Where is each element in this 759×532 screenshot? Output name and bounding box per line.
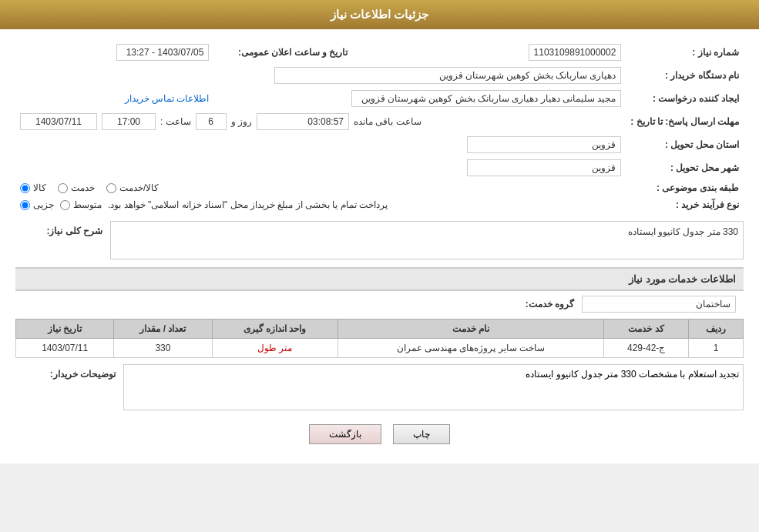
grooh-row: ساختمان گروه خدمت: xyxy=(15,296,744,313)
name-dastgah-input: دهیاری ساربانک بخش کوهین شهرستان قزوین xyxy=(274,67,621,84)
buyer-desc-label-cell: توضیحات خریدار: xyxy=(15,364,116,380)
khadamat-header-text: اطلاعات خدمات مورد نیاز xyxy=(629,273,736,285)
nov-label: نوع فرآیند خرید : xyxy=(626,196,744,213)
ostan-value: قزوین xyxy=(15,133,626,156)
main-content: شماره نیاز : 1103109891000002 تاریخ و سا… xyxy=(0,29,759,463)
name-dastgah-value: دهیاری ساربانک بخش کوهین شهرستان قزوین xyxy=(15,64,626,87)
mohlat-label: مهلت ارسال پاسخ: تا تاریخ : xyxy=(626,110,744,133)
buyer-desc-wrapper: 🛡️ xyxy=(123,364,744,413)
col-name: نام خدمت xyxy=(338,320,604,339)
ostan-label: استان محل تحویل : xyxy=(626,133,744,156)
mohlat-time-label: ساعت : xyxy=(160,116,191,127)
col-vahad: واحد اندازه گیری xyxy=(212,320,338,339)
name-dastgah-label: نام دستگاه خریدار : xyxy=(626,64,744,87)
sharh-value: 330 متر جدول کانیوو ایستاده xyxy=(628,226,738,237)
buyer-desc-label: توضیحات خریدار: xyxy=(50,369,116,380)
col-tarikh: تاریخ نیاز xyxy=(16,320,114,339)
process-text: پرداخت تمام یا بخشی از مبلغ خریداز محل "… xyxy=(108,199,388,210)
mohlat-date-input: 1403/07/11 xyxy=(20,113,97,130)
tabaqe-radios: کالا/خدمت خدمت کالا xyxy=(15,179,626,196)
radio-khedmat[interactable] xyxy=(58,183,68,193)
sharh-box-wrapper: 🛡️ 330 متر جدول کانیوو ایستاده xyxy=(110,221,744,259)
khadamat-section-header: اطلاعات خدمات مورد نیاز xyxy=(15,267,744,291)
ijad-input: مجید سلیمانی دهیار دهیاری ساربانک بخش کو… xyxy=(351,90,621,107)
sharh-inner: 🛡️ 330 متر جدول کانیوو ایستاده شرح کلی ن… xyxy=(15,221,744,259)
info-table: شماره نیاز : 1103109891000002 تاریخ و سا… xyxy=(15,41,744,213)
page-header: جزئیات اطلاعات نیاز xyxy=(0,0,759,29)
print-button[interactable]: چاپ xyxy=(393,424,450,444)
nov-row: پرداخت تمام یا بخشی از مبلغ خریداز محل "… xyxy=(15,196,626,213)
cell-name: ساخت سایر پروژه‌های مهندسی عمران xyxy=(338,339,604,358)
button-row: چاپ بازگشت xyxy=(15,424,744,444)
mohlat-remaining-label: ساعت باقی مانده xyxy=(354,116,421,127)
etela-link[interactable]: اطلاعات تماس خریدار xyxy=(125,93,210,104)
radio-kala[interactable] xyxy=(20,183,30,193)
sharh-label-cell: شرح کلی نیاز: xyxy=(15,221,102,259)
col-tedad: تعداد / مقدار xyxy=(114,320,212,339)
radio-motavaset-item: متوسط xyxy=(60,199,102,210)
radio-motavaset-label: متوسط xyxy=(73,199,102,210)
tarikh-label: تاریخ و ساعت اعلان عمومی: xyxy=(213,41,352,64)
shahr-value: قزوین xyxy=(15,156,626,179)
cell-vahad: متر طول xyxy=(212,339,338,358)
shomara-niaz-label: شماره نیاز : xyxy=(626,41,744,64)
radio-kala-label: کالا xyxy=(33,182,46,193)
sharh-value-box: 330 متر جدول کانیوو ایستاده xyxy=(110,221,744,259)
grooh-khadmat-label: گروه خدمت: xyxy=(526,299,574,309)
etela-link-cell: اطلاعات تماس خریدار xyxy=(15,87,213,110)
mohlat-day-label: روز و xyxy=(231,116,252,127)
shahr-input: قزوین xyxy=(467,159,621,176)
tabaqe-label: طبقه بندی موضوعی : xyxy=(626,179,744,196)
ijad-value: مجید سلیمانی دهیار دهیاری ساربانک بخش کو… xyxy=(213,87,626,110)
sharh-label: شرح کلی نیاز: xyxy=(46,226,102,236)
grooh-khadmat-input: ساختمان xyxy=(582,296,736,313)
tarikh-value: 1403/07/05 - 13:27 xyxy=(15,41,213,64)
col-radif: ردیف xyxy=(688,320,743,339)
page-title: جزئیات اطلاعات نیاز xyxy=(331,8,428,21)
mohlat-remaining-input: 03:08:57 xyxy=(257,113,349,130)
services-table: ردیف کد خدمت نام خدمت واحد اندازه گیری ت… xyxy=(15,319,744,358)
cell-tarikh: 1403/07/11 xyxy=(16,339,114,358)
ostan-input: قزوین xyxy=(467,136,621,153)
shahr-label: شهر محل تحویل : xyxy=(626,156,744,179)
radio-motavaset[interactable] xyxy=(60,200,70,210)
buyer-desc-textarea[interactable] xyxy=(123,364,744,410)
cell-radif: 1 xyxy=(688,339,743,358)
cell-kod: ج-42-429 xyxy=(604,339,689,358)
buyer-desc-section: 🛡️ توضیحات خریدار: xyxy=(15,364,744,413)
shomara-niaz-input: 1103109891000002 xyxy=(529,44,622,61)
radio-kala-khedmat-item: کالا/خدمت xyxy=(106,182,159,193)
radio-khedmat-item: خدمت xyxy=(58,182,95,193)
sharh-watermark-area: 🛡️ 330 متر جدول کانیوو ایستاده xyxy=(110,221,744,259)
mohlat-row: ساعت باقی مانده 03:08:57 روز و 6 ساعت : … xyxy=(15,110,626,133)
radio-jozi-label: جزیی xyxy=(33,199,54,210)
radio-kala-khedmat-label: کالا/خدمت xyxy=(119,182,159,193)
cell-tedad: 330 xyxy=(114,339,212,358)
radio-kala-khedmat[interactable] xyxy=(106,183,116,193)
mohlat-time-input: 17:00 xyxy=(102,113,156,130)
back-button[interactable]: بازگشت xyxy=(309,424,381,444)
tarikh-input: 1403/07/05 - 13:27 xyxy=(116,44,209,61)
radio-jozi-item: جزیی xyxy=(20,199,54,210)
table-row: 1 ج-42-429 ساخت سایر پروژه‌های مهندسی عم… xyxy=(16,339,744,358)
radio-kala-item: کالا xyxy=(20,182,46,193)
shomara-niaz-value: 1103109891000002 xyxy=(352,41,626,64)
mohlat-days-input: 6 xyxy=(196,113,227,130)
sharh-section: 🛡️ 330 متر جدول کانیوو ایستاده شرح کلی ن… xyxy=(15,221,744,259)
radio-jozi[interactable] xyxy=(20,200,30,210)
page-wrapper: جزئیات اطلاعات نیاز شماره نیاز : 1103109… xyxy=(0,0,759,463)
ijad-label: ایجاد کننده درخواست : xyxy=(626,87,744,110)
col-kod: کد خدمت xyxy=(604,320,689,339)
radio-khedmat-label: خدمت xyxy=(71,182,95,193)
